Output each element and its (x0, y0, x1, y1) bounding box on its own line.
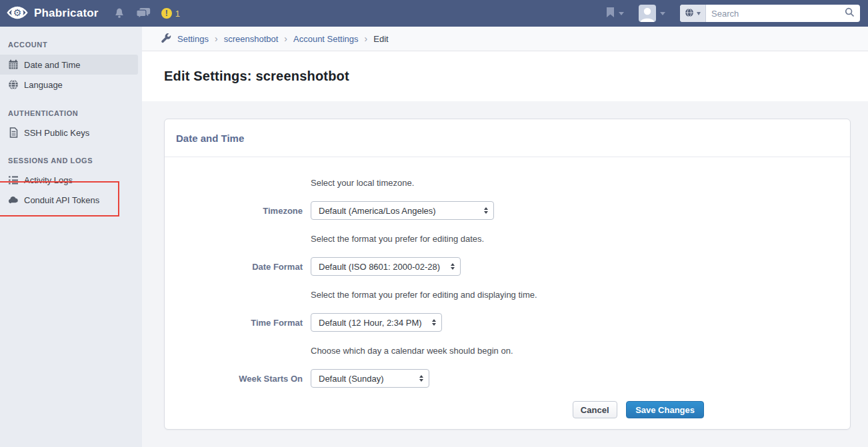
breadcrumb-separator: › (215, 33, 218, 44)
document-icon (8, 127, 19, 138)
form-row: Date Format Default (ISO 8601: 2000-02-2… (165, 257, 850, 276)
chevron-down-icon (619, 12, 624, 15)
timezone-select[interactable]: Default (America/Los Angeles) (311, 201, 494, 220)
time-format-label: Time Format (165, 318, 303, 328)
favorites-menu[interactable] (606, 7, 624, 20)
sidebar-item-label: Date and Time (24, 60, 81, 70)
svg-text:⚙: ⚙ (13, 7, 22, 18)
date-and-time-panel: Date and Time Select your local timezone… (164, 119, 851, 430)
globe-icon (8, 79, 19, 90)
sidebar-section-authentication: AUTHENTICATION (0, 109, 142, 118)
date-format-help-text: Select the format you prefer for editing… (311, 233, 850, 245)
select-caret-icon (451, 263, 455, 270)
search-scope-selector[interactable] (680, 5, 706, 22)
alert-count: 1 (175, 9, 180, 19)
breadcrumb-separator: › (365, 33, 368, 44)
page-header: Edit Settings: screenshotbot (142, 51, 868, 101)
save-changes-button[interactable]: Save Changes (626, 401, 704, 418)
alert-circle-icon: ! (161, 8, 172, 19)
user-avatar (639, 5, 656, 22)
sidebar-section-account: ACCOUNT (0, 40, 142, 49)
week-starts-on-help-text: Choose which day a calendar week should … (311, 345, 850, 357)
eye-gear-logo-icon: ⚙ (7, 2, 28, 25)
phabricator-logo[interactable]: ⚙ Phabricator (7, 2, 99, 25)
week-starts-on-select[interactable]: Default (Sunday) (311, 369, 429, 388)
calendar-icon (8, 59, 19, 70)
select-caret-icon (419, 375, 423, 382)
breadcrumb-edit: Edit (373, 34, 388, 44)
time-format-help-text: Select the format you prefer for editing… (311, 289, 850, 301)
date-format-select[interactable]: Default (ISO 8601: 2000-02-28) (311, 257, 461, 276)
form-row: Week Starts On Default (Sunday) (165, 369, 850, 388)
sidebar-item-ssh-public-keys[interactable]: SSH Public Keys (0, 123, 142, 143)
content-area: Date and Time Select your local timezone… (142, 101, 868, 447)
chevron-down-icon (660, 12, 665, 15)
search-submit[interactable] (839, 7, 860, 19)
breadcrumb-screenshotbot[interactable]: screenshotbot (224, 34, 279, 44)
brand-name: Phabricator (34, 7, 99, 20)
list-icon (8, 175, 19, 185)
time-format-select[interactable]: Default (12 Hour, 2:34 PM) (311, 313, 442, 332)
main-content: Settings › screenshotbot › Account Setti… (142, 27, 868, 447)
wrench-icon (161, 33, 171, 44)
time-format-select-value: Default (12 Hour, 2:34 PM) (319, 318, 422, 328)
user-menu[interactable] (639, 5, 665, 22)
settings-form: Select your local timezone. Timezone Def… (165, 157, 850, 418)
select-caret-icon (484, 207, 488, 214)
breadcrumb-account-settings[interactable]: Account Settings (293, 34, 359, 44)
week-starts-on-select-value: Default (Sunday) (319, 374, 384, 384)
timezone-help-text: Select your local timezone. (311, 177, 850, 189)
timezone-label: Timezone (165, 206, 303, 216)
phabricator-settings-page: ⚙ Phabricator ! 1 (0, 0, 868, 447)
sidebar-item-label: Language (24, 80, 63, 90)
breadcrumb: Settings › screenshotbot › Account Setti… (142, 27, 868, 51)
timezone-select-value: Default (America/Los Angeles) (319, 206, 436, 216)
sidebar-item-label: SSH Public Keys (24, 128, 89, 138)
panel-title: Date and Time (176, 133, 244, 144)
date-format-label: Date Format (165, 262, 303, 272)
select-caret-icon (432, 319, 436, 326)
form-row: Timezone Default (America/Los Angeles) (165, 201, 850, 220)
notifications-bell-icon[interactable] (113, 7, 125, 19)
page-title: Edit Settings: screenshotbot (164, 69, 349, 84)
search-icon (845, 7, 855, 19)
chevron-down-icon (697, 12, 701, 15)
breadcrumb-separator: › (284, 33, 287, 44)
sidebar-item-label: Conduit API Tokens (24, 195, 99, 205)
sidebar-item-conduit-api-tokens[interactable]: Conduit API Tokens (0, 190, 142, 210)
app-header: ⚙ Phabricator ! 1 (0, 0, 868, 27)
breadcrumb-settings[interactable]: Settings (177, 34, 209, 44)
setup-issues-alert[interactable]: ! 1 (161, 8, 180, 19)
sidebar-section-sessions-and-logs: SESSIONS AND LOGS (0, 156, 142, 165)
week-starts-on-label: Week Starts On (165, 374, 303, 384)
cancel-button[interactable]: Cancel (573, 401, 617, 418)
sidebar-item-label: Activity Logs (24, 175, 73, 185)
form-actions: Cancel Save Changes (165, 401, 850, 418)
cloud-icon (8, 195, 19, 205)
settings-sidebar: ACCOUNT Date and Time Language (0, 27, 142, 447)
global-search (680, 5, 860, 22)
form-row: Time Format Default (12 Hour, 2:34 PM) (165, 313, 850, 332)
messages-chat-bubbles-icon[interactable] (136, 7, 151, 19)
sidebar-item-date-and-time[interactable]: Date and Time (0, 55, 138, 75)
sidebar-item-activity-logs[interactable]: Activity Logs (0, 170, 142, 190)
date-format-select-value: Default (ISO 8601: 2000-02-28) (319, 262, 440, 272)
sidebar-item-language[interactable]: Language (0, 75, 142, 95)
globe-scope-icon (685, 8, 694, 19)
bookmark-icon (606, 7, 615, 20)
search-input[interactable] (706, 5, 839, 21)
panel-header: Date and Time (165, 119, 850, 157)
